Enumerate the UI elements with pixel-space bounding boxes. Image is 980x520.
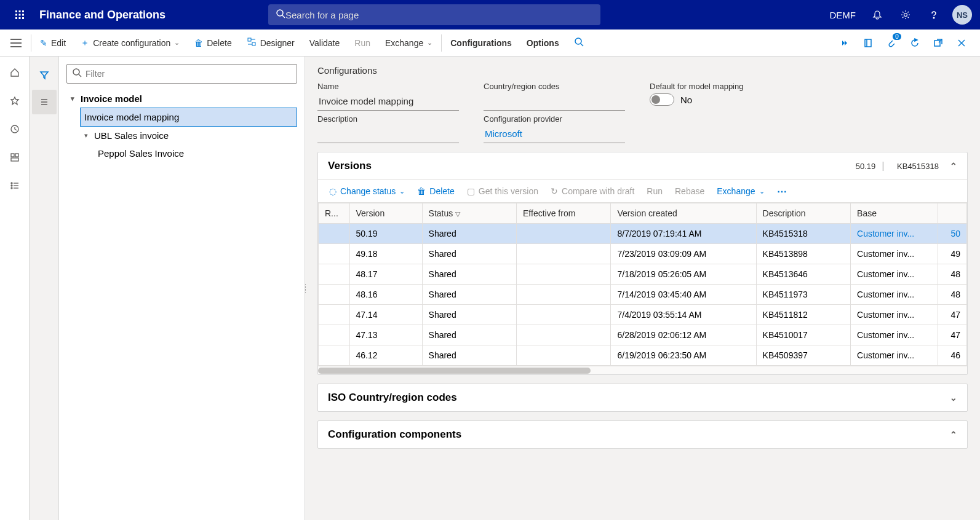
chevron-down-icon: ⌄ — [174, 39, 180, 47]
validate-button[interactable]: Validate — [302, 30, 348, 57]
settings-icon[interactable] — [893, 0, 918, 30]
exchange-version-button[interactable]: Exchange⌄ — [712, 184, 769, 199]
tree-item-ubl-sales-invoice[interactable]: ▾ UBL Sales invoice — [80, 127, 297, 144]
svg-rect-7 — [19, 17, 21, 19]
cell-base: Customer inv... — [851, 345, 938, 366]
cell-revision — [319, 224, 350, 244]
tree-filter-input[interactable] — [86, 69, 292, 79]
list-view-icon[interactable] — [32, 90, 57, 114]
table-row[interactable]: 48.16Shared7/14/2019 03:45:40 AMKB451197… — [319, 285, 967, 305]
iso-header[interactable]: ISO Country/region codes ⌄ — [318, 384, 967, 411]
col-description[interactable]: Description — [756, 203, 850, 224]
col-status[interactable]: Status▽ — [422, 203, 516, 224]
svg-rect-17 — [252, 42, 255, 45]
edit-button[interactable]: ✎Edit — [33, 30, 73, 57]
modules-icon[interactable] — [5, 176, 25, 195]
tree-item-peppol-sales-invoice[interactable]: Peppol Sales Invoice — [94, 144, 297, 162]
options-tab[interactable]: Options — [519, 30, 567, 57]
delete-version-button[interactable]: 🗑Delete — [412, 184, 459, 199]
popout-icon[interactable] — [927, 32, 949, 54]
chevron-down-icon: ⌄ — [759, 187, 765, 195]
filter-pane-icon[interactable] — [32, 63, 57, 87]
svg-point-9 — [277, 10, 283, 16]
provider-value[interactable]: Microsoft — [484, 126, 625, 143]
tree-item-label: UBL Sales invoice — [94, 130, 169, 141]
desc-value[interactable] — [317, 126, 459, 143]
close-icon[interactable] — [950, 32, 973, 54]
table-row[interactable]: 49.18Shared7/23/2019 03:09:09 AMKB451389… — [319, 244, 967, 264]
svg-rect-6 — [15, 17, 17, 19]
cell-base: Customer inv... — [851, 305, 938, 325]
exchange-button[interactable]: Exchange⌄ — [378, 30, 440, 57]
table-row[interactable]: 47.14Shared7/4/2019 03:55:14 AMKB4511812… — [319, 305, 967, 325]
cell-revision — [319, 285, 350, 305]
table-row[interactable]: 50.19Shared8/7/2019 07:19:41 AMKB4515318… — [319, 224, 967, 244]
tree-root-label: Invoice model — [81, 93, 142, 104]
search-input[interactable] — [285, 10, 593, 20]
col-base[interactable]: Base — [851, 203, 938, 224]
col-effective[interactable]: Effective from — [517, 203, 611, 224]
table-header-row: R... Version Status▽ Effective from Vers… — [319, 203, 967, 224]
name-value[interactable]: Invoice model mapping — [317, 93, 459, 111]
configurations-label: Configurations — [450, 38, 512, 48]
global-search[interactable] — [268, 4, 600, 25]
refresh-icon[interactable] — [904, 32, 926, 54]
waffle-icon[interactable] — [5, 10, 34, 20]
tree-filter[interactable] — [66, 64, 297, 84]
favorites-icon[interactable] — [5, 91, 25, 111]
cell-description: KB4515318 — [756, 224, 850, 244]
field-country: Country/region codes — [484, 82, 625, 111]
col-ext[interactable] — [938, 203, 966, 224]
cell-created: 7/4/2019 03:55:14 AM — [611, 305, 756, 325]
versions-header[interactable]: Versions 50.19 | KB4515318 ⌃ — [318, 152, 967, 179]
recent-icon[interactable] — [5, 119, 25, 139]
cell-description: KB4510017 — [756, 325, 850, 345]
office-icon[interactable] — [857, 32, 879, 54]
avatar-initials: NS — [952, 5, 972, 25]
designer-button[interactable]: Designer — [239, 30, 302, 57]
tree-root[interactable]: ▾ Invoice model — [66, 90, 297, 108]
splitter-handle[interactable]: ⋮⋮ — [305, 286, 309, 291]
configurations-tab[interactable]: Configurations — [443, 30, 519, 57]
cell-created: 7/18/2019 05:26:05 AM — [611, 264, 756, 285]
validate-label: Validate — [309, 38, 340, 48]
notifications-icon[interactable] — [864, 0, 890, 30]
top-header: Finance and Operations DEMF NS — [0, 0, 980, 30]
change-status-button[interactable]: ◌Change status⌄ — [324, 184, 410, 199]
related-icon[interactable] — [834, 32, 856, 54]
cell-base: Customer inv... — [851, 244, 938, 264]
col-created[interactable]: Version created — [611, 203, 756, 224]
tree-item-invoice-model-mapping[interactable]: Invoice model mapping — [80, 108, 297, 127]
horizontal-scrollbar[interactable] — [318, 366, 967, 374]
create-configuration-button[interactable]: ＋Create configuration⌄ — [73, 30, 187, 57]
cell-ext: 46 — [938, 345, 966, 366]
svg-line-21 — [581, 44, 583, 46]
exchange-version-label: Exchange — [717, 186, 755, 196]
help-icon[interactable] — [921, 0, 947, 30]
action-bar: ✎Edit ＋Create configuration⌄ 🗑Delete Des… — [0, 30, 980, 57]
toggle-switch[interactable] — [650, 93, 674, 106]
table-row[interactable]: 46.12Shared6/19/2019 06:23:50 AMKB450939… — [319, 345, 967, 366]
attachments-icon[interactable]: 0 — [880, 32, 902, 54]
country-value[interactable] — [484, 93, 625, 111]
col-version[interactable]: Version — [349, 203, 422, 224]
components-header[interactable]: Configuration components ⌃ — [318, 421, 967, 448]
get-version-button: ▢Get this version — [462, 184, 543, 199]
table-row[interactable]: 47.13Shared6/28/2019 02:06:12 AMKB451001… — [319, 325, 967, 345]
table-row[interactable]: 48.17Shared7/18/2019 05:26:05 AMKB451364… — [319, 264, 967, 285]
col-revision[interactable]: R... — [319, 203, 350, 224]
search-action-button[interactable] — [567, 30, 591, 57]
chevron-up-icon: ⌃ — [950, 161, 957, 171]
user-avatar[interactable]: NS — [949, 0, 975, 30]
nav-hamburger-icon[interactable] — [2, 39, 30, 47]
more-actions-icon[interactable]: ⋯ — [772, 186, 793, 197]
versions-summary-kb: KB4515318 — [897, 162, 939, 171]
home-icon[interactable] — [5, 63, 25, 82]
company-code[interactable]: DEMF — [824, 10, 862, 20]
delete-button[interactable]: 🗑Delete — [187, 30, 239, 57]
workspaces-icon[interactable] — [5, 148, 25, 167]
cell-revision — [319, 305, 350, 325]
exchange-label: Exchange — [385, 38, 423, 48]
svg-line-42 — [79, 74, 81, 77]
svg-rect-16 — [248, 38, 251, 41]
